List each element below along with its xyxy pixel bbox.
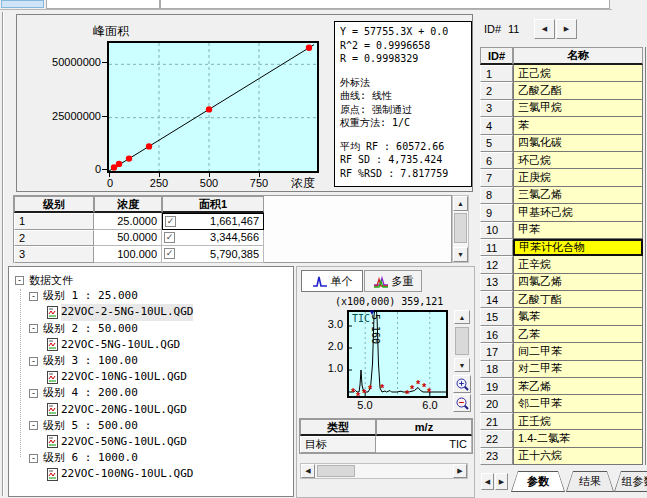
compound-row[interactable]: 9甲基环己烷	[480, 204, 643, 221]
conc-cell[interactable]: 100.000	[94, 246, 162, 263]
compound-row-selected[interactable]: 11甲苯计化合物	[480, 239, 643, 256]
tree-root[interactable]: - 数据文件	[9, 272, 293, 288]
toolbar-field[interactable]	[46, 0, 160, 9]
compound-row[interactable]: 1正己烷	[480, 65, 643, 82]
conc-cell[interactable]: 50.0000	[94, 230, 162, 247]
tree-level-label[interactable]: 级别 1 : 25.000	[43, 288, 138, 304]
compound-name-header[interactable]: 名称	[513, 47, 643, 65]
collapse-icon[interactable]: -	[29, 292, 38, 301]
tree-level-node[interactable]: - 级别 3 : 100.00	[9, 353, 293, 369]
level-cell[interactable]: 2	[14, 230, 94, 247]
tree-file-label[interactable]: 22VOC-20NG-10UL.QGD	[61, 402, 187, 418]
tree-level-label[interactable]: 级别 6 : 1000.0	[43, 450, 138, 466]
scroll-left-button[interactable]: ◀	[301, 464, 315, 478]
tree-file-node[interactable]: 22VOC-50NG-10UL.QGD	[9, 434, 293, 450]
toolbar-highlighted-button[interactable]	[1, 0, 44, 8]
collapse-icon[interactable]: -	[29, 454, 38, 463]
compound-row[interactable]: 14乙酸丁酯	[480, 291, 643, 308]
tree-file-label[interactable]: 22VOC-100NG-10UL.QGD	[61, 466, 193, 482]
tree-file-label[interactable]: 22VOC-10NG-10UL.QGD	[61, 369, 187, 385]
area-cell[interactable]: ✓ 3,344,566	[162, 230, 264, 247]
next-id-button[interactable]: ▶	[556, 19, 577, 39]
tab-group-parameters[interactable]: 组参数	[614, 471, 647, 492]
zoom-in-button[interactable]	[453, 375, 471, 393]
scrollbar-thumb[interactable]	[454, 213, 467, 243]
tree-file-node[interactable]: 22VOC-100NG-10UL.QGD	[9, 466, 293, 482]
tree-file-node[interactable]: 22VOC-5NG-10UL.QGD	[9, 337, 293, 353]
tree-file-node[interactable]: 22VOC-2-5NG-10UL.QGD	[9, 304, 293, 320]
tab-results[interactable]: 结果	[566, 471, 614, 492]
compound-row[interactable]: 19苯乙烯	[480, 378, 643, 395]
compound-row[interactable]: 12正辛烷	[480, 256, 643, 273]
level-cell[interactable]: 3	[14, 246, 94, 263]
conc-cell[interactable]: 25.0000	[94, 213, 162, 230]
chrom-scrollbar-thumb[interactable]	[455, 327, 469, 355]
compound-row[interactable]: 7正庚烷	[480, 169, 643, 186]
compound-row[interactable]: 10甲苯	[480, 222, 643, 239]
scroll-down-button[interactable]: ▼	[453, 247, 468, 262]
tree-level-node[interactable]: - 级别 6 : 1000.0	[9, 450, 293, 466]
tree-root-label[interactable]: 数据文件	[29, 272, 73, 288]
tree-level-label[interactable]: 级别 3 : 100.00	[43, 353, 138, 369]
tree-file-label[interactable]: 22VOC-50NG-10UL.QGD	[61, 434, 187, 450]
compound-row[interactable]: 16乙苯	[480, 326, 643, 343]
tabs-scroll-right-button[interactable]: ▶	[495, 473, 508, 490]
mz-header[interactable]: m/z	[376, 419, 472, 436]
compound-row[interactable]: 17间二甲苯	[480, 343, 643, 360]
collapse-icon[interactable]: -	[15, 276, 24, 285]
compound-row[interactable]: 23正十六烷	[480, 448, 643, 465]
area-checkbox[interactable]: ✓	[165, 216, 176, 227]
collapse-icon[interactable]: -	[29, 389, 38, 398]
tree-level-node[interactable]: - 级别 5 : 500.00	[9, 418, 293, 434]
prev-id-button[interactable]: ◀	[534, 19, 555, 39]
tabs-scroll-left-button[interactable]: ◀	[481, 473, 494, 490]
area-checkbox[interactable]: ✓	[164, 248, 175, 259]
tree-level-label[interactable]: 级别 2 : 50.000	[43, 321, 138, 337]
tree-level-label[interactable]: 级别 5 : 500.00	[43, 418, 138, 434]
compound-row[interactable]: 13四氯乙烯	[480, 274, 643, 291]
level-cell[interactable]: 1	[14, 213, 94, 230]
area-cell[interactable]: ✓ 5,790,385	[162, 246, 264, 263]
tree-file-node[interactable]: 22VOC-20NG-10UL.QGD	[9, 402, 293, 418]
compound-row[interactable]: 6环己烷	[480, 152, 643, 169]
chrom-h-scrollbar[interactable]: ◀ ▶	[300, 463, 468, 479]
scroll-up-button[interactable]: ▲	[453, 196, 468, 211]
compound-row[interactable]: 4苯	[480, 117, 643, 134]
toolbar-field-2[interactable]	[160, 0, 610, 9]
conc-header[interactable]: 浓度	[94, 196, 162, 213]
compound-row[interactable]: 21正壬烷	[480, 413, 643, 430]
type-header[interactable]: 类型	[300, 419, 376, 436]
compound-row[interactable]: 8三氯乙烯	[480, 187, 643, 204]
tree-level-node[interactable]: - 级别 1 : 25.000	[9, 288, 293, 304]
collapse-icon[interactable]: -	[29, 324, 38, 333]
calibration-plot[interactable]	[107, 41, 319, 173]
tree-level-node[interactable]: - 级别 4 : 200.00	[9, 385, 293, 401]
zoom-out-button[interactable]	[453, 394, 471, 412]
scroll-right-button[interactable]: ▶	[453, 464, 467, 478]
tab-single[interactable]: 单个	[301, 270, 363, 292]
tab-parameters[interactable]: 参数	[511, 471, 565, 492]
tree-file-label[interactable]: 22VOC-2-5NG-10UL.QGD	[61, 304, 193, 320]
area-checkbox[interactable]: ✓	[164, 232, 175, 243]
tree-level-node[interactable]: - 级别 2 : 50.000	[9, 321, 293, 337]
tree-file-label[interactable]: 22VOC-5NG-10UL.QGD	[61, 337, 180, 353]
tree-level-label[interactable]: 级别 4 : 200.00	[43, 385, 138, 401]
level-table-scrollbar[interactable]: ▲ ▼	[452, 195, 469, 263]
area-header[interactable]: 面积1	[162, 196, 264, 213]
area-cell[interactable]: ✓ 1,661,467	[162, 213, 264, 230]
compound-row[interactable]: 2乙酸乙酯	[480, 82, 643, 99]
collapse-icon[interactable]: -	[29, 421, 38, 430]
compound-row[interactable]: 3三氯甲烷	[480, 100, 643, 117]
compound-row[interactable]: 20邻二甲苯	[480, 395, 643, 412]
collapse-icon[interactable]: -	[29, 357, 38, 366]
compound-row[interactable]: 5四氯化碳	[480, 135, 643, 152]
compound-row[interactable]: 221.4-二氯苯	[480, 430, 643, 447]
scrollbar-thumb[interactable]	[317, 465, 355, 477]
chrom-scroll-down-button[interactable]: ▼	[454, 358, 470, 372]
level-header[interactable]: 级别	[14, 196, 94, 213]
tab-multi[interactable]: 多重	[364, 270, 422, 292]
compound-row[interactable]: 15氯苯	[480, 308, 643, 325]
mz-cell[interactable]: TIC	[376, 436, 472, 453]
chrom-scroll-up-button[interactable]: ▲	[454, 310, 470, 324]
type-cell[interactable]: 目标	[300, 436, 376, 453]
